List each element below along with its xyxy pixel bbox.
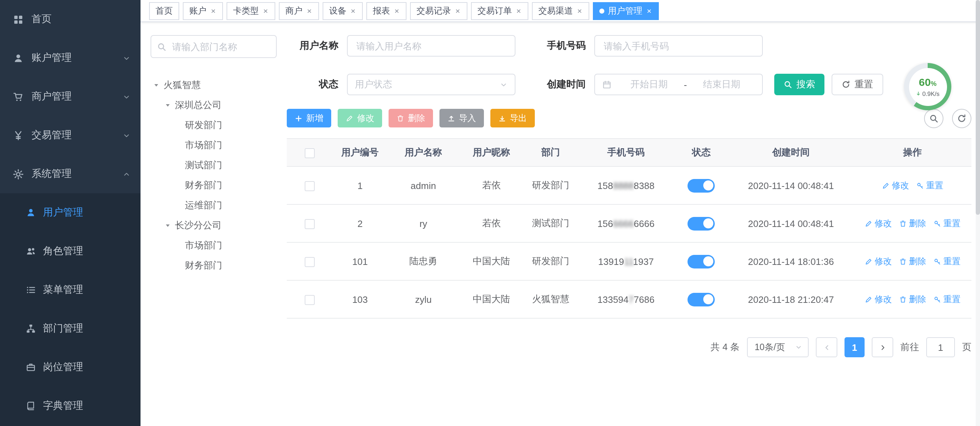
status-toggle[interactable] [687, 217, 715, 230]
sidebar-item-商户管理[interactable]: 商户管理 [0, 77, 140, 116]
sidebar-item-账户管理[interactable]: 账户管理 [0, 39, 140, 77]
row-checkbox[interactable] [305, 219, 315, 229]
prev-page-button[interactable] [816, 337, 837, 357]
yen-icon [13, 130, 24, 141]
row-checkbox[interactable] [305, 295, 315, 305]
cell-user-name: 陆忠勇 [388, 242, 460, 280]
chevron-left-icon [822, 343, 830, 351]
tab-交易订单[interactable]: 交易订单 [471, 2, 528, 20]
action-reset-link[interactable]: 重置 [934, 293, 961, 306]
tab-设备[interactable]: 设备 [323, 2, 363, 20]
tab-交易渠道[interactable]: 交易渠道 [532, 2, 589, 20]
download-icon [498, 114, 506, 122]
close-icon[interactable] [306, 8, 313, 14]
search-icon [157, 42, 166, 51]
sidebar-subitem-字典管理[interactable]: 字典管理 [0, 386, 140, 425]
scrollbar-thumb[interactable] [976, 0, 980, 215]
export-button[interactable]: 导出 [490, 109, 535, 127]
tab-报表[interactable]: 报表 [366, 2, 406, 20]
status-toggle[interactable] [687, 255, 715, 268]
sidebar-subitem-角色管理[interactable]: 角色管理 [0, 232, 140, 271]
col-手机号码: 手机号码 [578, 139, 674, 166]
toggle-search-button[interactable] [924, 108, 943, 128]
status-toggle[interactable] [687, 179, 715, 192]
close-icon[interactable] [515, 8, 522, 14]
reset-button[interactable]: 重置 [832, 74, 883, 95]
tree-node-市场部门[interactable]: 市场部门 [151, 236, 277, 256]
action-delete-link[interactable]: 删除 [899, 217, 926, 230]
search-button[interactable]: 搜索 [774, 74, 824, 95]
action-delete-link[interactable]: 删除 [899, 255, 926, 268]
tree-node-测试部门[interactable]: 测试部门 [151, 155, 277, 176]
sidebar-item-交易管理[interactable]: 交易管理 [0, 116, 140, 155]
date-range-picker[interactable]: 开始日期 - 结束日期 [594, 74, 763, 95]
tree-node-运维部门[interactable]: 运维部门 [151, 195, 277, 215]
search-icon [784, 80, 792, 89]
close-icon[interactable] [262, 8, 269, 14]
action-reset-link[interactable]: 重置 [934, 217, 961, 230]
tree-node-火狐智慧[interactable]: 火狐智慧 [151, 75, 277, 95]
close-icon[interactable] [350, 8, 356, 14]
username-input[interactable] [355, 40, 508, 52]
network-speed-widget[interactable]: 60% 0.9K/s [904, 63, 951, 110]
dept-tree: 火狐智慧深圳总公司研发部门市场部门测试部门财务部门运维部门长沙分公司市场部门财务… [151, 75, 277, 276]
tree-node-财务部门[interactable]: 财务部门 [151, 256, 277, 276]
current-page-button[interactable]: 1 [845, 337, 865, 357]
refresh-table-button[interactable] [952, 108, 971, 128]
close-icon[interactable] [210, 8, 216, 14]
close-icon[interactable] [455, 8, 461, 14]
phone-input[interactable] [602, 40, 755, 52]
sidebar-subitem-部门管理[interactable]: 部门管理 [0, 309, 140, 348]
table-header-row: 用户编号用户名称用户昵称部门手机号码状态创建时间操作 [287, 139, 971, 166]
caret-down-icon [164, 221, 172, 230]
dept-search-input[interactable] [170, 40, 270, 52]
close-icon[interactable] [576, 8, 583, 14]
close-icon[interactable] [646, 8, 652, 14]
tab-首页[interactable]: 首页 [149, 2, 179, 20]
import-button[interactable]: 导入 [439, 109, 484, 127]
close-icon[interactable] [394, 8, 400, 14]
select-all-checkbox[interactable] [305, 148, 315, 158]
action-delete-link[interactable]: 删除 [899, 293, 926, 306]
sidebar-subitem-岗位管理[interactable]: 岗位管理 [0, 348, 140, 386]
cell-select [287, 166, 332, 204]
sidebar-item-首页[interactable]: 首页 [0, 0, 140, 39]
next-page-button[interactable] [872, 337, 893, 357]
page-size-select[interactable]: 10条/页 [747, 337, 809, 357]
tree-node-研发部门[interactable]: 研发部门 [151, 115, 277, 135]
tab-卡类型[interactable]: 卡类型 [226, 2, 275, 20]
tab-label: 设备 [329, 5, 346, 17]
tab-商户[interactable]: 商户 [279, 2, 319, 20]
action-edit-link[interactable]: 修改 [865, 293, 892, 306]
tree-node-财务部门[interactable]: 财务部门 [151, 176, 277, 195]
action-edit-link[interactable]: 修改 [865, 217, 892, 230]
action-edit-link[interactable]: 修改 [882, 179, 909, 192]
sidebar-item-系统管理[interactable]: 系统管理 [0, 155, 140, 193]
tab-用户管理[interactable]: 用户管理 [593, 2, 659, 20]
action-label: 重置 [943, 217, 961, 230]
status-toggle[interactable] [687, 293, 715, 306]
action-reset-link[interactable]: 重置 [934, 255, 961, 268]
tree-node-市场部门[interactable]: 市场部门 [151, 135, 277, 155]
tab-账户[interactable]: 账户 [183, 2, 223, 20]
action-edit-link[interactable]: 修改 [865, 255, 892, 268]
action-reset-link[interactable]: 重置 [916, 179, 943, 192]
sidebar-subitem-用户管理[interactable]: 用户管理 [0, 193, 140, 232]
row-checkbox[interactable] [305, 181, 315, 191]
row-checkbox[interactable] [305, 257, 315, 267]
cell-actions: 修改删除重置 [853, 280, 971, 318]
status-select[interactable]: 用户状态 [347, 74, 515, 95]
tree-node-长沙分公司[interactable]: 长沙分公司 [151, 215, 277, 236]
add-button-label: 新增 [306, 112, 323, 124]
cell-actions: 修改删除重置 [853, 204, 971, 242]
goto-page-input[interactable] [927, 341, 954, 353]
tab-交易记录[interactable]: 交易记录 [410, 2, 468, 20]
chevron-right-icon [878, 343, 886, 351]
add-button[interactable]: 新增 [287, 109, 331, 127]
edit-button[interactable]: 修改 [338, 109, 382, 127]
sidebar-subitem-菜单管理[interactable]: 菜单管理 [0, 271, 140, 309]
delete-button[interactable]: 删除 [388, 109, 433, 127]
plus-icon [294, 114, 302, 122]
tree-node-深圳总公司[interactable]: 深圳总公司 [151, 95, 277, 115]
dept-tree-icon [26, 324, 36, 334]
